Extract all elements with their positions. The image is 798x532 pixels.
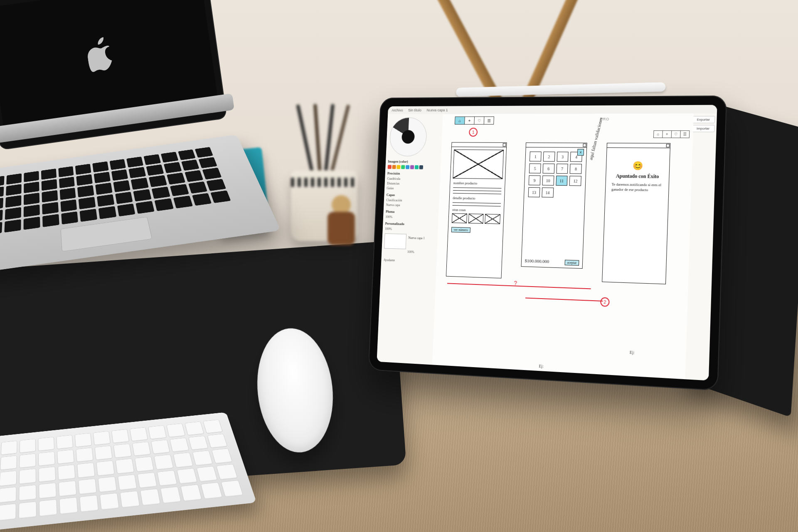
wf1-title: nombre producto bbox=[453, 181, 502, 186]
tablet-screen: Archivo Sin título Nueva capa 1 Imagen (… bbox=[377, 105, 717, 381]
heading-layers: Capas bbox=[387, 193, 442, 198]
wireframe-toolbar: ⌂ + ♡ ☰ bbox=[455, 116, 494, 125]
footer-helper[interactable]: Ayudante bbox=[384, 257, 439, 264]
row-brush[interactable]: 100% bbox=[385, 214, 441, 221]
tool2-like-icon[interactable]: ♡ bbox=[672, 131, 681, 137]
flow-arrow-2 bbox=[525, 297, 603, 302]
export-button[interactable]: Exportar bbox=[692, 116, 715, 123]
wf2-cta: aceptar bbox=[564, 260, 579, 266]
wf2-price: $100.000.000 bbox=[525, 258, 549, 264]
wf1-subtitle: detalle producto bbox=[453, 196, 501, 201]
flow-arrow-1 bbox=[447, 283, 591, 289]
flow-step-1: 1 bbox=[469, 128, 478, 137]
wf3-body: Te daremos notificando si eres el ganado… bbox=[611, 182, 663, 193]
keypad-key: 12 bbox=[569, 176, 581, 186]
layer-thumb-sub: 100% bbox=[407, 249, 439, 255]
flow-question: ? bbox=[514, 279, 517, 286]
layer-thumbnail[interactable]: Nueva capa 1 bbox=[384, 233, 406, 249]
menu-doc[interactable]: Sin título bbox=[408, 108, 421, 113]
desk-figurine bbox=[316, 195, 366, 262]
note-ej-2: Ej: bbox=[539, 364, 544, 369]
annotation-validations: aquí faltan validaciones bbox=[588, 117, 603, 161]
import-button[interactable]: Importar bbox=[691, 125, 715, 132]
laptop bbox=[0, 0, 269, 306]
tool-menu-icon[interactable]: ☰ bbox=[484, 117, 494, 124]
heading-brush: Pluma bbox=[386, 209, 441, 214]
row-newlayer[interactable]: Nueva capa bbox=[386, 202, 441, 208]
tool-add-icon[interactable]: + bbox=[465, 117, 475, 124]
wf3-title: Apuntado con Éxito bbox=[610, 173, 665, 180]
drawing-canvas[interactable]: PRO ⌂ + ♡ ☰ 1 ⌂ + ♡ ☰ bbox=[432, 113, 694, 379]
keypad-key: 6 bbox=[542, 164, 554, 174]
keypad-key: 1 bbox=[530, 152, 542, 162]
tool2-menu-icon[interactable]: ☰ bbox=[680, 131, 689, 137]
wf3-emoji-icon: 😊 bbox=[606, 160, 670, 171]
wf2-keypad: 1234567891011121314 bbox=[528, 152, 582, 198]
wireframe-toolbar-2: ⌂ + ♡ ☰ bbox=[653, 130, 690, 138]
wf1-related-thumbs bbox=[452, 213, 500, 224]
row-guides[interactable]: Guías bbox=[387, 186, 442, 191]
heading-custom: Personalizado bbox=[385, 221, 441, 227]
keypad-key: 9 bbox=[529, 175, 541, 185]
keypad-key: 3 bbox=[557, 152, 569, 162]
keypad-key: 7 bbox=[556, 164, 568, 174]
wf1-section: otras cosas bbox=[452, 208, 501, 213]
tablet: Archivo Sin título Nueva capa 1 Imagen (… bbox=[368, 96, 734, 398]
wf1-cta: ver número bbox=[451, 227, 470, 233]
menu-file[interactable]: Archivo bbox=[392, 108, 403, 113]
menu-layer[interactable]: Nueva capa 1 bbox=[426, 108, 448, 112]
note-ej-1: Ej: bbox=[630, 350, 635, 355]
color-swatches[interactable] bbox=[388, 165, 443, 169]
row-custom[interactable]: 100% bbox=[385, 226, 440, 233]
keypad-key: 13 bbox=[528, 187, 540, 197]
tool-like-icon[interactable]: ♡ bbox=[474, 117, 484, 124]
layer-thumb-label: Nueva capa 1 bbox=[408, 236, 425, 240]
photo-scene: Archivo Sin título Nueva capa 1 Imagen (… bbox=[0, 0, 798, 532]
keypad-key: 11 bbox=[556, 176, 568, 186]
wireframe-product-detail: nombre producto detalle producto otras c… bbox=[446, 142, 507, 278]
wf2-close-icon: × bbox=[577, 149, 584, 156]
color-wheel[interactable] bbox=[389, 118, 428, 157]
tool2-add-icon[interactable]: + bbox=[663, 131, 672, 137]
wireframe-success: 😊 Apuntado con Éxito Te daremos notifica… bbox=[602, 143, 670, 284]
heading-precision: Precisión bbox=[387, 171, 443, 176]
keypad-key: 14 bbox=[542, 187, 554, 197]
wireframe-keypad: × 1234567891011121314 $100.000.000 acept… bbox=[521, 142, 587, 269]
keypad-key: 5 bbox=[529, 164, 541, 174]
tool2-home-icon[interactable]: ⌂ bbox=[654, 131, 663, 137]
keypad-key: 10 bbox=[542, 176, 554, 186]
tool-home-icon[interactable]: ⌂ bbox=[455, 117, 465, 124]
laptop-deck bbox=[0, 135, 281, 279]
heading-image: Imagen (color) bbox=[388, 159, 443, 164]
apple-logo-icon bbox=[85, 35, 120, 75]
flow-step-2: 2 bbox=[600, 297, 610, 307]
wf1-hero-image bbox=[453, 150, 504, 179]
keypad-key: 2 bbox=[543, 152, 555, 162]
keypad-key: 8 bbox=[570, 164, 582, 174]
